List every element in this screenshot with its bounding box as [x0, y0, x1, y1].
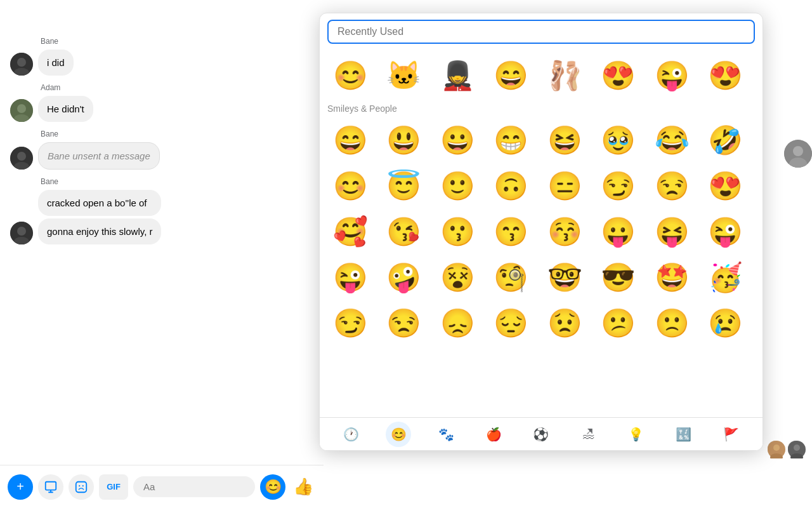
emoji-r2-3[interactable]: 🙂 — [435, 163, 480, 209]
emoji-r5-7[interactable]: 🙁 — [649, 300, 695, 346]
category-recent-btn[interactable]: 🕐 — [338, 422, 363, 447]
emoji-r5-3[interactable]: 😞 — [435, 300, 480, 346]
emoji-recent-4[interactable]: 😄 — [488, 53, 534, 98]
message-sender-adam: Adam — [41, 83, 313, 92]
message-group-bane-unsent: Bane Bane unsent a message — [10, 130, 313, 170]
svg-point-7 — [17, 152, 26, 161]
emoji-r4-5[interactable]: 🤓 — [542, 255, 587, 300]
bubble-bane3b: gonna enjoy this slowly, r — [38, 218, 161, 244]
emoji-r3-3[interactable]: 😗 — [435, 209, 480, 255]
category-symbols-btn[interactable]: 🔣 — [671, 422, 697, 447]
emoji-recent-6[interactable]: 😍 — [596, 53, 641, 98]
emoji-r4-2[interactable]: 🤪 — [381, 255, 427, 300]
emoji-s8[interactable]: 🤣 — [703, 117, 749, 163]
message-sender-bane3: Bane — [41, 177, 313, 186]
emoji-recent-5[interactable]: 🩰 — [542, 53, 587, 98]
category-activities-btn[interactable]: ⚽ — [528, 422, 554, 447]
svg-point-14 — [79, 485, 80, 486]
add-button[interactable]: + — [8, 474, 33, 500]
emoji-r4-7[interactable]: 🤩 — [649, 255, 695, 300]
emoji-r3-1[interactable]: 🥰 — [327, 209, 373, 255]
bubble-bane3a: cracked open a bo''le of — [38, 190, 161, 216]
message-input-wrapper — [133, 476, 255, 497]
emoji-r5-6[interactable]: 😕 — [596, 300, 641, 346]
svg-point-10 — [17, 227, 26, 236]
emoji-r2-1[interactable]: 😊 — [327, 163, 373, 209]
bubble-bane-unsent: Bane unsent a message — [38, 142, 160, 170]
category-travel-btn[interactable]: 🏖 — [576, 422, 601, 447]
emoji-r2-8[interactable]: 😍 — [703, 163, 749, 209]
emoji-r3-8[interactable]: 😜 — [703, 209, 749, 255]
emoji-s7[interactable]: 😂 — [649, 117, 695, 163]
emoji-body: 😊 🐱 💂 😄 🩰 😍 😜 😍 Smileys & People 😄 😃 😀 😁… — [320, 48, 763, 417]
message-row-bane3: cracked open a bo''le of gonna enjoy thi… — [10, 190, 313, 244]
bubble-adam: He didn't — [38, 96, 93, 122]
emoji-search-input[interactable] — [327, 20, 755, 44]
emoji-r5-4[interactable]: 😔 — [488, 300, 534, 346]
emoji-r2-7[interactable]: 😒 — [649, 163, 695, 209]
emoji-open-button[interactable]: 😊 — [260, 474, 285, 500]
emoji-s5[interactable]: 😆 — [542, 117, 587, 163]
emoji-r2-5[interactable]: 😑 — [542, 163, 587, 209]
emoji-s1[interactable]: 😄 — [327, 117, 373, 163]
multi-bubble-group: cracked open a bo''le of gonna enjoy thi… — [38, 190, 161, 244]
category-food-btn[interactable]: 🍎 — [481, 422, 506, 447]
smileys-section-title: Smileys & People — [327, 104, 755, 114]
chat-toolbar: + GIF 😊 👍 — [0, 465, 324, 508]
emoji-r3-5[interactable]: 😚 — [542, 209, 587, 255]
emoji-r4-4[interactable]: 🧐 — [488, 255, 534, 300]
chat-area: Bane i did Adam He didn't Bane — [0, 0, 324, 508]
emoji-r5-2[interactable]: 😒 — [381, 300, 427, 346]
emoji-recent-7[interactable]: 😜 — [649, 53, 695, 98]
message-group-adam: Adam He didn't — [10, 83, 313, 122]
message-row-adam: He didn't — [10, 96, 313, 122]
emoji-r5-8[interactable]: 😢 — [703, 300, 749, 346]
emoji-r3-2[interactable]: 😘 — [381, 209, 427, 255]
sticker-button[interactable] — [69, 474, 94, 500]
svg-rect-13 — [76, 481, 87, 492]
right-side-avatar — [784, 140, 812, 168]
like-button[interactable]: 👍 — [291, 474, 316, 500]
emoji-recent-2[interactable]: 🐱 — [381, 53, 427, 98]
emoji-r4-8[interactable]: 🥳 — [703, 255, 749, 300]
emoji-r2-2[interactable]: 😇 — [381, 163, 427, 209]
emoji-r2-6[interactable]: 😏 — [596, 163, 641, 209]
smileys-row4: 😜 🤪 😵 🧐 🤓 😎 🤩 🥳 — [327, 255, 755, 300]
emoji-s2[interactable]: 😃 — [381, 117, 427, 163]
emoji-r2-4[interactable]: 🙃 — [488, 163, 534, 209]
message-input[interactable] — [143, 481, 245, 492]
emoji-r3-7[interactable]: 😝 — [649, 209, 695, 255]
emoji-recent-3[interactable]: 💂 — [435, 53, 480, 98]
category-flags-btn[interactable]: 🚩 — [718, 422, 743, 447]
emoji-s4[interactable]: 😁 — [488, 117, 534, 163]
emoji-recent-8[interactable]: 😍 — [703, 53, 749, 98]
message-row: i did — [10, 50, 313, 76]
smileys-row3: 🥰 😘 😗 😙 😚 😛 😝 😜 — [327, 209, 755, 255]
media-button[interactable] — [38, 474, 63, 500]
svg-point-4 — [17, 104, 26, 113]
svg-point-17 — [793, 146, 803, 156]
svg-point-20 — [773, 444, 780, 451]
emoji-recent-1[interactable]: 😊 — [327, 53, 373, 98]
emoji-r3-4[interactable]: 😙 — [488, 209, 534, 255]
emoji-r5-1[interactable]: 😏 — [327, 300, 373, 346]
gif-button[interactable]: GIF — [99, 474, 128, 500]
emoji-r4-1[interactable]: 😜 — [327, 255, 373, 300]
message-group: Bane i did — [10, 37, 313, 76]
category-animals-btn[interactable]: 🐾 — [433, 422, 459, 447]
bottom-right-avatars — [766, 439, 804, 457]
emoji-search-bar — [320, 13, 763, 48]
emoji-category-bar: 🕐 😊 🐾 🍎 ⚽ 🏖 💡 🔣 🚩 — [320, 417, 763, 450]
emoji-r3-6[interactable]: 😛 — [596, 209, 641, 255]
messages-list: Bane i did Adam He didn't Bane — [0, 0, 324, 465]
smileys-row1: 😄 😃 😀 😁 😆 🥹 😂 🤣 — [327, 117, 755, 163]
recently-used-grid: 😊 🐱 💂 😄 🩰 😍 😜 😍 — [327, 53, 755, 98]
category-objects-btn[interactable]: 💡 — [624, 422, 649, 447]
emoji-r4-3[interactable]: 😵 — [435, 255, 480, 300]
category-smileys-btn[interactable]: 😊 — [386, 422, 411, 447]
emoji-s6[interactable]: 🥹 — [596, 117, 641, 163]
emoji-r5-5[interactable]: 😟 — [542, 300, 587, 346]
emoji-r4-6[interactable]: 😎 — [596, 255, 641, 300]
emoji-s3[interactable]: 😀 — [435, 117, 480, 163]
avatar-adam — [10, 99, 33, 122]
